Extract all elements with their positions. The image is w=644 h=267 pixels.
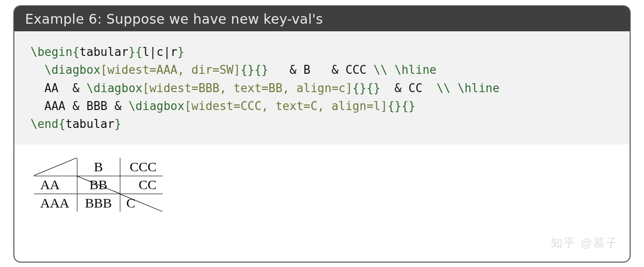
cmd-diagbox: \diagbox xyxy=(44,63,100,76)
cmd-end: \end xyxy=(30,117,59,131)
cmd-hline: \hline xyxy=(458,81,500,95)
cell: BBB xyxy=(77,194,120,212)
cmd-diagbox: \diagbox xyxy=(86,81,142,95)
cmd-begin: \begin xyxy=(30,45,72,59)
rendered-table: B CCC AA BB CC AAA BBB xyxy=(34,158,163,212)
example-titlebar: Example 6: Suppose we have new key-val's xyxy=(14,6,630,31)
cell: CC xyxy=(120,176,163,194)
svg-line-0 xyxy=(34,158,77,176)
cmd-diagbox: \diagbox xyxy=(128,99,184,113)
example-title: Example 6: Suppose we have new key-val's xyxy=(25,11,323,27)
cmd-hline: \hline xyxy=(394,63,436,76)
example-frame: Example 6: Suppose we have new key-val's… xyxy=(13,5,631,263)
code-line-2: \diagbox[widest=AAA, dir=SW]{}{} & B & C… xyxy=(44,63,436,76)
table-row: B CCC xyxy=(34,158,163,176)
rendered-table-area: B CCC AA BB CC AAA BBB xyxy=(14,144,630,212)
cell-diag-sw xyxy=(34,158,77,176)
cell: B xyxy=(77,158,120,176)
diagbox-sw-icon xyxy=(34,158,77,176)
watermark-text: 知乎 @慕子 xyxy=(551,235,618,251)
table-row: AA BB CC xyxy=(34,176,163,194)
code-line-1: \begin{tabular}{l|c|r} xyxy=(30,45,184,59)
cell-diag-l: C xyxy=(120,194,163,212)
latex-code-block: \begin{tabular}{l|c|r} \diagbox[widest=A… xyxy=(14,31,630,144)
code-line-5: \end{tabular} xyxy=(30,117,122,131)
cell: AAA xyxy=(34,194,77,212)
cell: AA xyxy=(34,176,77,194)
table-row: AAA BBB C xyxy=(34,194,163,212)
code-line-3: AA & \diagbox[widest=BBB, text=BB, align… xyxy=(44,81,500,95)
code-line-4: AAA & BBB & \diagbox[widest=CCC, text=C,… xyxy=(44,99,415,113)
cell: CCC xyxy=(120,158,163,176)
cell-diag-c: BB xyxy=(77,176,120,194)
